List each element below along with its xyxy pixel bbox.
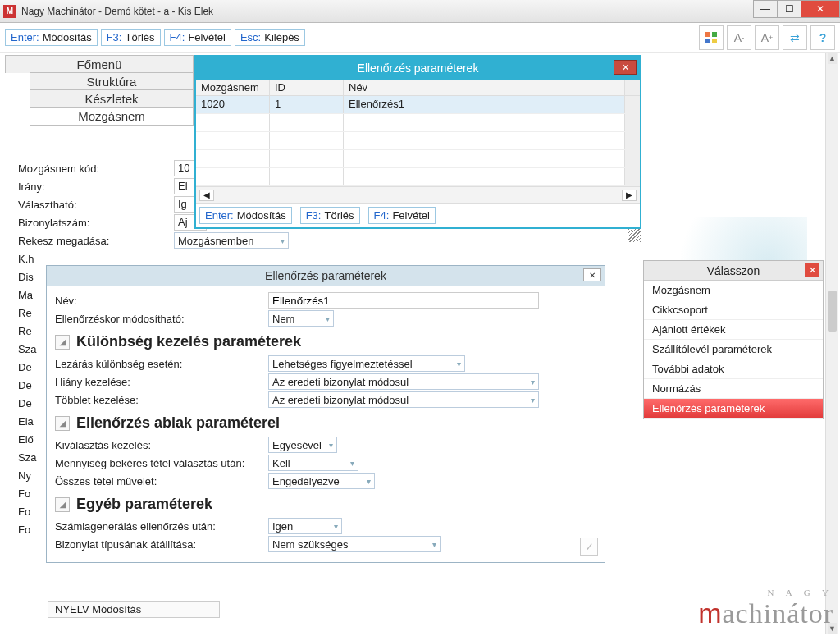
label-osszes: Összes tétel művelet: [55,475,268,487]
label-hiany: Hiány kezelése: [55,376,268,388]
select-lezaras[interactable]: Lehetséges figyelmeztetéssel [268,355,465,372]
label-kivalasztas: Kiválasztás kezelés: [55,439,268,451]
chooser-item[interactable]: Ajánlott értékek [644,320,823,340]
label-tobblet: Többlet kezelése: [55,394,268,406]
hscroll-left-icon[interactable]: ◀ [199,190,214,201]
dlg1-shortcut-f4[interactable]: F4:Felvétel [368,207,436,224]
shortcut-f4[interactable]: F4:Felvétel [164,29,231,46]
chooser-item[interactable]: Szállítólevél paraméterek [644,340,823,359]
chooser-item[interactable]: Cikkcsoport [644,300,823,320]
select-mennyiseg[interactable]: Kell [268,455,358,471]
main-toolbar: Enter:Módosítás F3:Törlés F4:Felvétel Es… [0,23,840,53]
grid-row-empty [196,168,640,186]
param-grid: Mozgásnem ID Név 1020 1 Ellenőrzés1 ◀ [196,80,640,203]
col-nev[interactable]: Név [344,80,625,95]
dialog-ellenorzes-form: Ellenőrzés paraméterek ✕ Név: Ellenőrzés… [46,265,605,563]
col-mozgasnem[interactable]: Mozgásnem [196,80,270,95]
collapse-icon[interactable]: ◢ [55,497,70,512]
select-modosithato[interactable]: Nem [268,310,334,327]
scroll-thumb[interactable] [828,291,837,332]
chooser-item[interactable]: Mozgásnem [644,281,823,300]
chooser-item[interactable]: További adatok [644,359,823,379]
label-bizonylatszam: Bizonylatszám: [18,217,174,229]
label-lezaras: Lezárás különbség esetén: [55,358,268,370]
main-vscrollbar[interactable]: ▲ ▼ [825,53,838,634]
svg-rect-1 [712,32,717,37]
tab-mozgasnem[interactable]: Mozgásnem [30,107,194,126]
close-button[interactable]: ✕ [801,0,840,18]
chooser-item[interactable]: Ellenőrzés paraméterek [644,399,823,419]
scroll-up-icon[interactable]: ▲ [828,53,837,64]
label-nev: Név: [55,295,268,307]
select-rekesz[interactable]: Mozgásnemben [174,232,289,249]
dialog1-title[interactable]: Ellenőrzés paraméterek ✕ [196,57,640,80]
collapse-icon[interactable]: ◢ [55,416,70,431]
brand-logo: N A G Y machinátor [698,588,833,629]
chooser-panel: Válasszon ✕ MozgásnemCikkcsoportAjánlott… [643,260,824,419]
help-button[interactable]: ? [810,25,835,50]
titlebar: M Nagy Machinátor - Demó kötet - a - Kis… [0,0,840,23]
confirm-check-button[interactable]: ✓ [580,538,598,556]
chooser-close-button[interactable]: ✕ [805,263,819,277]
collapse-icon[interactable]: ◢ [55,335,70,350]
label-rekesz: Rekesz megadása: [18,235,174,247]
resize-handle-icon[interactable] [628,229,641,242]
svg-rect-0 [705,32,710,37]
maximize-button[interactable]: ☐ [777,0,801,18]
label-modosithato: Ellenőrzéskor módosítható: [55,313,268,325]
window-title: Nagy Machinátor - Demó kötet - a - Kis E… [21,6,213,17]
dialog1-close-button[interactable]: ✕ [614,60,637,75]
grid-row[interactable]: 1020 1 Ellenőrzés1 [196,96,640,114]
select-bizonylattipus[interactable]: Nem szükséges [268,536,441,552]
label-szamlagen: Számlagenerálás ellenőrzés után: [55,520,268,533]
label-bizonylattipus: Bizonylat típusának átállítása: [55,538,268,551]
shortcut-enter[interactable]: Enter:Módosítás [5,29,98,46]
font-decrease-button[interactable]: A- [727,25,751,50]
shortcut-esc[interactable]: Esc:Kilépés [235,29,305,46]
select-hiany[interactable]: Az eredeti bizonylat módosul [268,373,539,390]
label-mennyiseg: Mennyiség bekérés tétel választás után: [55,457,268,469]
section2-title: Ellenőrzés ablak paraméterei [76,414,280,432]
dialog2-close-button[interactable]: ✕ [583,268,601,281]
chooser-item[interactable]: Normázás [644,379,823,399]
hscroll-right-icon[interactable]: ▶ [622,190,637,201]
col-id[interactable]: ID [270,80,344,95]
svg-rect-2 [705,39,710,43]
shortcut-f3[interactable]: F3:Törlés [101,29,161,46]
section1-title: Különbség kezelés paraméterek [76,333,301,350]
minimize-button[interactable]: — [753,0,778,18]
dlg1-shortcut-f3[interactable]: F3:Törlés [300,207,360,224]
breadcrumb-tabs: Főmenü Struktúra Készletek Mozgásnem [5,56,194,126]
select-tobblet[interactable]: Az eredeti bizonylat módosul [268,391,539,408]
label-kod: Mozgásnem kód: [18,162,174,175]
grid-hscroll[interactable]: ◀ ▶ [196,186,640,203]
grid-row-empty [196,150,640,168]
dlg1-shortcut-enter[interactable]: Enter:Módosítás [199,207,292,224]
input-nev[interactable] [268,292,539,309]
section3-title: Egyéb paraméterek [76,496,212,513]
tab-fomenu[interactable]: Főmenü [5,55,194,73]
dialog2-title[interactable]: Ellenőrzés paraméterek ✕ [47,266,605,286]
select-kivalasztas[interactable]: Egyesével [268,437,337,453]
label-valaszthato: Választható: [18,199,174,211]
select-szamlagen[interactable]: Igen [268,518,342,534]
grid-row-empty [196,114,640,132]
chooser-title[interactable]: Válasszon ✕ [644,261,823,281]
grid-vscroll-head [625,80,640,95]
tiles-icon[interactable] [699,25,724,50]
font-increase-button[interactable]: A+ [755,25,779,50]
swap-icon[interactable]: ⇄ [783,25,807,50]
dialog-ellenorzes-list: Ellenőrzés paraméterek ✕ Mozgásnem ID Né… [194,55,641,229]
nyelv-row[interactable]: NYELV Módosítás [48,601,220,618]
select-osszes[interactable]: Engedélyezve [268,473,375,489]
tab-keszletek[interactable]: Készletek [30,89,194,108]
app-icon: M [3,5,16,18]
label-irany: Irány: [18,181,174,193]
grid-row-empty [196,132,640,150]
tab-struktura[interactable]: Struktúra [30,72,194,90]
svg-rect-3 [712,39,717,43]
